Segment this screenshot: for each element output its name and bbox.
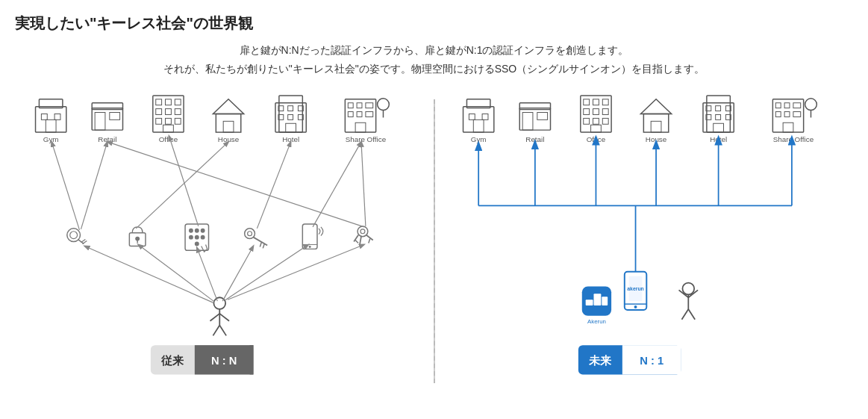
- svg-point-61: [189, 235, 193, 240]
- svg-line-89: [222, 246, 253, 302]
- svg-rect-146: [775, 103, 781, 108]
- svg-point-60: [201, 229, 205, 233]
- svg-line-93: [81, 142, 107, 229]
- svg-point-73: [357, 226, 368, 237]
- svg-rect-123: [583, 109, 589, 115]
- svg-rect-70: [302, 224, 317, 249]
- left-svg: Gym Retail: [15, 92, 426, 378]
- svg-rect-31: [288, 106, 293, 111]
- svg-rect-120: [583, 99, 589, 105]
- svg-rect-117: [537, 113, 547, 120]
- svg-point-72: [309, 246, 311, 248]
- subtitle: 扉と鍵がN:Nだった認証インフラから、扉と鍵がN:1の認証インフラを創造します。…: [15, 41, 853, 78]
- svg-rect-39: [348, 103, 353, 108]
- svg-rect-124: [593, 109, 599, 115]
- svg-line-94: [136, 142, 228, 229]
- svg-line-87: [138, 245, 214, 302]
- svg-rect-112: [473, 120, 484, 133]
- svg-rect-114: [519, 108, 550, 130]
- svg-line-98: [107, 142, 364, 227]
- svg-rect-8: [95, 113, 105, 131]
- svg-rect-20: [166, 119, 172, 125]
- svg-rect-13: [156, 99, 162, 105]
- svg-text:Office: Office: [159, 135, 178, 143]
- svg-line-83: [219, 314, 229, 321]
- svg-rect-36: [286, 124, 296, 133]
- svg-line-171: [688, 309, 695, 320]
- svg-rect-25: [216, 114, 240, 133]
- svg-rect-2: [41, 114, 47, 120]
- svg-rect-145: [772, 99, 803, 132]
- svg-point-166: [682, 283, 694, 295]
- svg-rect-19: [156, 119, 162, 125]
- svg-rect-121: [593, 99, 599, 105]
- svg-rect-152: [783, 123, 793, 133]
- diagram-divider: [434, 99, 435, 383]
- svg-rect-104: [250, 346, 254, 375]
- svg-rect-28: [279, 96, 302, 132]
- svg-rect-18: [175, 109, 181, 115]
- svg-point-65: [245, 229, 255, 239]
- svg-line-78: [355, 240, 358, 243]
- svg-point-66: [248, 232, 252, 236]
- svg-rect-6: [92, 108, 122, 130]
- svg-rect-26: [223, 122, 234, 133]
- svg-text:Share Office: Share Office: [772, 135, 814, 143]
- right-diagram: Gym Retail: [443, 92, 854, 391]
- svg-line-76: [369, 239, 370, 243]
- left-diagram: Gym Retail: [15, 92, 426, 391]
- svg-point-50: [70, 232, 78, 239]
- svg-rect-15: [175, 99, 181, 105]
- svg-point-158: [634, 305, 637, 308]
- svg-rect-133: [651, 122, 661, 133]
- svg-rect-12: [153, 96, 184, 132]
- svg-rect-141: [715, 115, 720, 120]
- svg-rect-119: [580, 96, 611, 132]
- svg-line-69: [263, 244, 264, 249]
- svg-line-82: [210, 314, 219, 321]
- svg-rect-0: [36, 107, 66, 132]
- svg-text:akerun: akerun: [627, 287, 644, 292]
- svg-marker-131: [640, 99, 671, 114]
- svg-rect-164: [602, 297, 608, 306]
- svg-rect-149: [775, 112, 781, 117]
- svg-point-62: [195, 235, 199, 240]
- svg-rect-138: [715, 106, 720, 111]
- svg-rect-43: [357, 112, 362, 117]
- svg-marker-24: [213, 99, 243, 114]
- svg-rect-45: [355, 123, 366, 133]
- svg-rect-4: [46, 120, 56, 133]
- svg-rect-127: [593, 119, 599, 125]
- svg-text:Gym: Gym: [43, 135, 59, 143]
- page-container: 実現したい"キーレス社会"の世界観 扉と鍵がN:Nだった認証インフラから、扉と鍵…: [0, 0, 868, 398]
- svg-text:未来: 未来: [588, 355, 612, 367]
- svg-rect-108: [463, 107, 493, 132]
- svg-rect-16: [156, 109, 162, 115]
- svg-rect-116: [522, 113, 533, 131]
- svg-line-84: [213, 326, 219, 336]
- svg-point-64: [195, 242, 199, 246]
- svg-text:従来: 従来: [160, 355, 184, 367]
- svg-line-95: [169, 136, 198, 226]
- svg-rect-135: [706, 96, 729, 132]
- svg-text:Akerun: Akerun: [587, 318, 605, 325]
- svg-rect-122: [602, 99, 608, 105]
- svg-point-153: [805, 99, 817, 111]
- svg-rect-9: [110, 113, 120, 120]
- svg-point-46: [378, 99, 390, 111]
- svg-rect-132: [643, 114, 668, 133]
- svg-point-74: [360, 229, 365, 234]
- svg-line-92: [51, 142, 79, 230]
- svg-rect-111: [482, 114, 488, 120]
- svg-rect-125: [602, 109, 608, 115]
- svg-rect-3: [54, 114, 60, 120]
- svg-rect-40: [357, 103, 362, 108]
- svg-line-79: [360, 237, 361, 245]
- svg-line-86: [84, 246, 213, 303]
- svg-rect-129: [590, 125, 601, 133]
- svg-rect-14: [166, 99, 172, 105]
- svg-point-58: [189, 229, 193, 233]
- right-svg: Gym Retail: [443, 92, 854, 378]
- svg-rect-136: [702, 103, 733, 132]
- svg-text:Gym: Gym: [470, 135, 486, 143]
